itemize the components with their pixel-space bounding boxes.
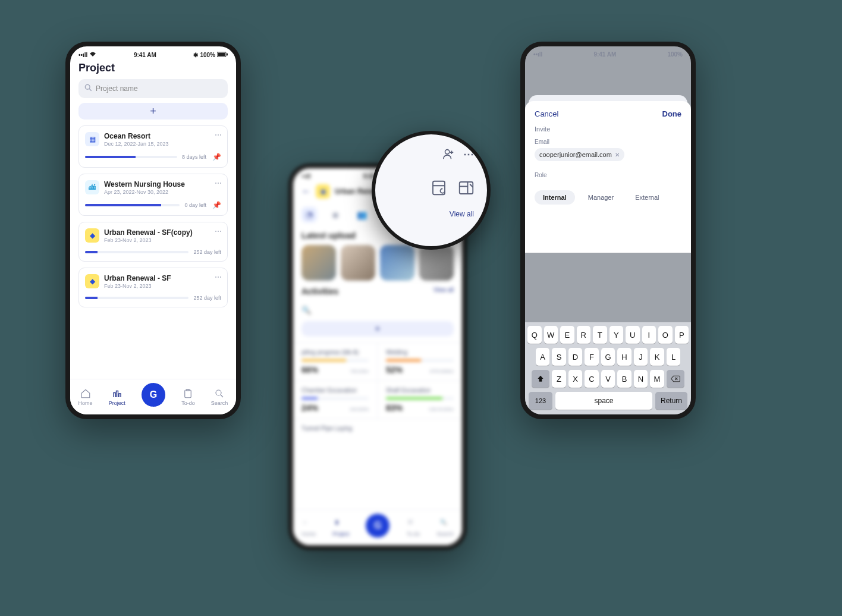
key-p[interactable]: P xyxy=(675,326,689,344)
activity-card[interactable]: piling progress (blk A)66%78/120m xyxy=(293,343,378,381)
card-more-icon[interactable]: ⋯ xyxy=(215,273,222,281)
role-label: Role xyxy=(535,172,681,178)
key-s[interactable]: S xyxy=(552,348,566,366)
key-r[interactable]: R xyxy=(577,326,591,344)
tab-2[interactable]: ◉ xyxy=(328,207,343,222)
activity-card[interactable]: Welding52%875/1680m xyxy=(378,343,462,381)
project-card[interactable]: ⋯◆Urban Renewal - SFFeb 23-Nov 2, 202325… xyxy=(78,268,228,307)
upload-thumb[interactable] xyxy=(301,245,336,281)
bluetooth-icon: ✱ xyxy=(193,52,198,58)
key-c[interactable]: C xyxy=(585,370,599,388)
key-u[interactable]: U xyxy=(626,326,640,344)
activity-progress-bar xyxy=(386,397,454,400)
nav-search[interactable]: Search xyxy=(211,388,228,406)
activity-pct: 52% xyxy=(386,365,403,375)
wifi-icon xyxy=(89,51,96,58)
pin-icon[interactable]: 📌 xyxy=(212,201,221,209)
cancel-button[interactable]: Cancel xyxy=(535,109,558,118)
search-input[interactable]: Project name xyxy=(78,79,228,98)
card-more-icon[interactable]: ⋯ xyxy=(215,131,222,139)
key-m[interactable]: M xyxy=(650,370,664,388)
view-all-link[interactable]: View all xyxy=(433,287,454,296)
blueprint-icon[interactable] xyxy=(457,179,475,197)
todo-icon xyxy=(183,388,193,399)
project-card[interactable]: ⋯▦Ocean ResortDec 12, 2022-Jan 15, 20238… xyxy=(78,125,228,168)
card-more-icon[interactable]: ⋯ xyxy=(215,179,222,187)
add-activity-button[interactable]: + xyxy=(301,321,454,337)
remove-chip-icon[interactable]: ✕ xyxy=(615,152,620,158)
activity-progress-bar xyxy=(301,397,369,400)
calculator-icon[interactable] xyxy=(430,179,448,197)
activity-name: piling progress (blk A) xyxy=(301,349,369,356)
upload-thumb[interactable] xyxy=(341,245,375,281)
email-input[interactable]: cooperjunior@email.com ✕ xyxy=(535,148,681,161)
search-placeholder: Project name xyxy=(96,84,138,93)
svg-line-8 xyxy=(221,395,223,397)
key-i[interactable]: I xyxy=(642,326,656,344)
tab-progress[interactable]: ◔ xyxy=(301,207,317,222)
project-card[interactable]: ⋯◆Urban Renewal - SF(copy)Feb 23-Nov 2, … xyxy=(78,222,228,262)
key-shift[interactable] xyxy=(532,370,549,388)
activities-search[interactable]: 🔍 xyxy=(301,304,454,318)
key-return[interactable]: Return xyxy=(655,392,687,410)
back-icon[interactable]: ← xyxy=(301,186,311,197)
key-f[interactable]: F xyxy=(585,348,599,366)
more-icon[interactable]: ⋯ xyxy=(463,147,474,164)
key-w[interactable]: W xyxy=(544,326,558,344)
nav-home[interactable]: ⌂Home xyxy=(301,519,316,537)
activity-name: Chamber Excavation xyxy=(301,387,369,394)
key-j[interactable]: J xyxy=(634,348,648,366)
pin-icon[interactable]: 📌 xyxy=(212,153,221,161)
key-h[interactable]: H xyxy=(617,348,632,366)
nav-todo[interactable]: ☑To-do xyxy=(407,519,420,537)
nav-search[interactable]: 🔍Search xyxy=(436,519,454,537)
role-option-external[interactable]: External xyxy=(627,190,667,205)
activity-card[interactable]: Chamber Excavation24%24/100% xyxy=(293,381,378,419)
role-option-internal[interactable]: Internal xyxy=(535,190,575,205)
activity-note: 78/120m xyxy=(350,369,369,374)
activity-card[interactable]: Shaft Excavation83%136.5/165m xyxy=(378,381,462,419)
view-all-link[interactable]: View all xyxy=(375,197,487,218)
project-type-icon: 🏙 xyxy=(85,180,99,194)
key-k[interactable]: K xyxy=(650,348,664,366)
key-z[interactable]: Z xyxy=(552,370,566,388)
key-123[interactable]: 123 xyxy=(529,392,552,410)
nav-search-label: Search xyxy=(436,531,454,537)
project-card[interactable]: ⋯🏙Western Nursing HouseApr 23, 2022-Nov … xyxy=(78,174,228,216)
key-o[interactable]: O xyxy=(658,326,673,344)
todo-icon: ☑ xyxy=(408,519,419,530)
key-a[interactable]: A xyxy=(536,348,550,366)
upload-thumb[interactable] xyxy=(419,245,454,281)
done-button[interactable]: Done xyxy=(662,109,682,118)
add-project-button[interactable]: + xyxy=(78,103,228,120)
key-t[interactable]: T xyxy=(593,326,607,344)
key-y[interactable]: Y xyxy=(609,326,624,344)
key-x[interactable]: X xyxy=(568,370,583,388)
nav-center-button[interactable]: G xyxy=(142,383,165,407)
nav-project[interactable]: Project xyxy=(109,388,125,406)
email-chip[interactable]: cooperjunior@email.com ✕ xyxy=(535,148,624,161)
key-l[interactable]: L xyxy=(667,348,681,366)
role-option-manager[interactable]: Manager xyxy=(580,190,622,205)
key-g[interactable]: G xyxy=(601,348,615,366)
nav-todo[interactable]: To-do xyxy=(181,388,195,406)
project-dates: Feb 23-Nov 2, 2023 xyxy=(104,283,171,289)
progress-bar xyxy=(85,156,177,158)
nav-center-button[interactable]: G xyxy=(366,514,389,538)
tab-people[interactable]: 👥 xyxy=(354,207,369,222)
key-b[interactable]: B xyxy=(617,370,632,388)
upload-thumb[interactable] xyxy=(380,245,414,281)
search-icon xyxy=(84,84,92,93)
key-d[interactable]: D xyxy=(568,348,583,366)
key-space[interactable]: space xyxy=(555,392,652,410)
add-user-icon[interactable] xyxy=(442,147,455,164)
key-q[interactable]: Q xyxy=(527,326,542,344)
nav-project[interactable]: ▮Project xyxy=(332,519,349,537)
key-n[interactable]: N xyxy=(634,370,648,388)
days-left: 0 day left xyxy=(184,202,206,208)
key-v[interactable]: V xyxy=(601,370,615,388)
nav-home[interactable]: Home xyxy=(78,388,93,406)
key-e[interactable]: E xyxy=(560,326,574,344)
card-more-icon[interactable]: ⋯ xyxy=(215,227,222,235)
key-backspace[interactable] xyxy=(667,370,684,388)
